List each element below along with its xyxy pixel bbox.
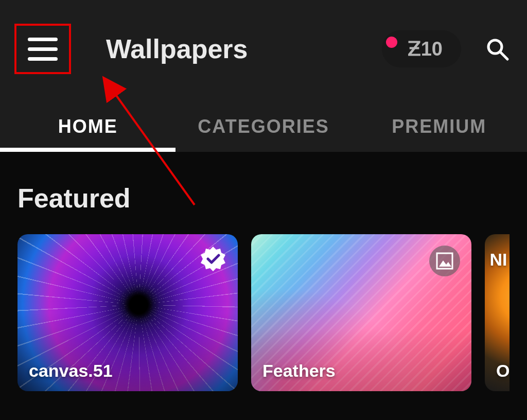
card-canvas51[interactable]: canvas.51	[17, 234, 238, 391]
search-icon	[485, 37, 510, 61]
svg-marker-2	[201, 247, 225, 271]
tab-home[interactable]: HOME	[0, 116, 175, 152]
hamburger-icon	[28, 38, 58, 61]
verified-badge-icon	[200, 246, 226, 272]
page-title: Wallpapers	[106, 33, 248, 64]
card-label: Feathers	[262, 361, 336, 381]
card-label: canvas.51	[29, 361, 113, 381]
tab-premium[interactable]: PREMIUM	[352, 116, 527, 152]
featured-cards: canvas.51 Feathers NI One	[17, 234, 510, 391]
top-bar: Wallpapers Ƶ10 HOME CATEGORIES PREMIUM	[0, 0, 527, 152]
featured-section: Featured canvas.51 Feathers	[0, 152, 527, 391]
new-badge-icon: NI	[485, 250, 507, 270]
svg-line-1	[500, 52, 507, 59]
tab-categories[interactable]: CATEGORIES	[175, 116, 351, 152]
credits-label: Ƶ10	[408, 38, 443, 60]
notification-dot-icon	[386, 37, 397, 48]
menu-button[interactable]	[14, 24, 71, 74]
card-feathers[interactable]: Feathers	[251, 234, 471, 391]
card-partial[interactable]: NI One	[485, 234, 510, 391]
search-button[interactable]	[482, 33, 513, 64]
credits-pill[interactable]: Ƶ10	[382, 30, 461, 67]
header-row: Wallpapers Ƶ10	[0, 0, 527, 82]
svg-marker-4	[439, 260, 451, 267]
tabs: HOME CATEGORIES PREMIUM	[0, 82, 527, 152]
image-badge-icon	[429, 246, 460, 276]
card-label: One	[496, 361, 510, 381]
section-title: Featured	[17, 183, 510, 214]
